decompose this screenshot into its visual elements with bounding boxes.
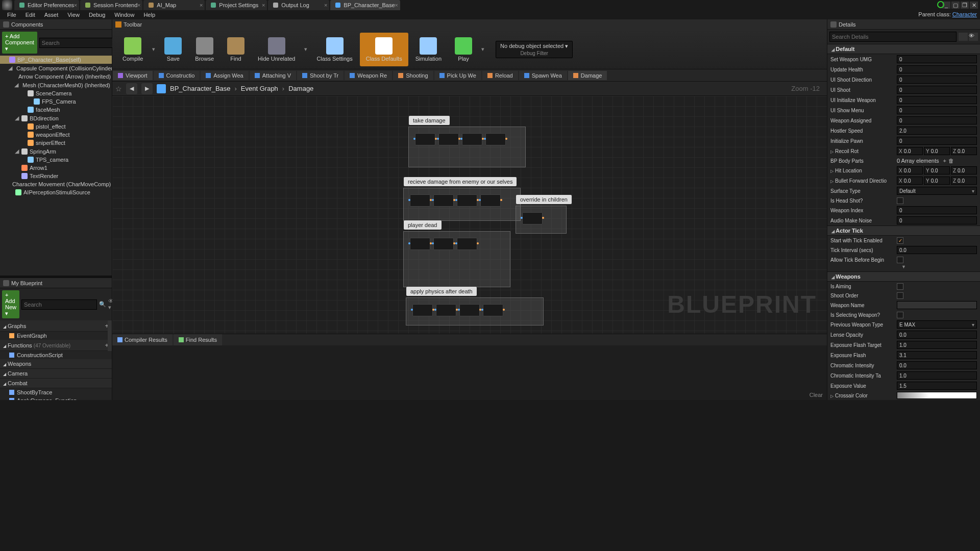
vector-x-input[interactable]: X (897, 177, 923, 185)
function-tab[interactable]: Pick Up We (434, 71, 481, 80)
number-input[interactable] (897, 216, 977, 224)
number-input[interactable] (897, 341, 977, 349)
graph-node[interactable] (457, 194, 477, 207)
number-input[interactable] (897, 116, 977, 124)
document-tab[interactable]: Project Settings× (206, 0, 267, 10)
expand-icon[interactable]: ▷ (830, 149, 834, 154)
toolbar-save-button[interactable]: Save (158, 33, 188, 66)
dropdown[interactable]: E MAX (897, 320, 977, 329)
blueprint-category[interactable]: ◢ Combat (0, 379, 112, 388)
number-input[interactable] (897, 382, 977, 390)
crumb-graph[interactable]: Event Graph (241, 85, 278, 92)
comment-label[interactable]: override in children (516, 195, 572, 204)
component-tree-item[interactable]: ◢BDdirection (0, 114, 112, 122)
function-tab[interactable]: Weapon Re (345, 71, 392, 80)
checkbox[interactable] (897, 237, 903, 244)
graph-comment[interactable]: player dead (403, 231, 510, 287)
crumb-root[interactable]: BP_Character_Base (170, 85, 231, 92)
document-tab[interactable]: BP_Character_Base× (330, 0, 400, 10)
function-tab[interactable]: Viewport (113, 71, 153, 80)
graph-node[interactable] (415, 133, 435, 145)
graph-node[interactable] (410, 194, 430, 207)
expand-icon[interactable]: ▷ (830, 179, 834, 184)
source-control-icon[interactable] (937, 1, 944, 8)
number-input[interactable] (897, 127, 977, 135)
blueprint-category[interactable]: ◢ Graphs + (0, 320, 112, 332)
dropdown[interactable]: Default (897, 187, 977, 195)
details-section-header[interactable]: Default (827, 44, 980, 54)
graph-node[interactable] (459, 304, 480, 316)
document-tab[interactable]: Editor Preferences× (14, 0, 79, 10)
graph-node[interactable] (483, 304, 503, 316)
graph-comment[interactable]: override in children (516, 206, 567, 234)
tree-twisty-icon[interactable]: ◢ (14, 148, 19, 155)
tab-close-icon[interactable]: × (262, 2, 265, 8)
number-input[interactable] (897, 246, 977, 254)
parent-class-link[interactable]: Character (952, 11, 977, 17)
function-tab[interactable]: Assign Wea (201, 71, 249, 80)
tab-close-icon[interactable]: × (137, 2, 140, 8)
function-tab[interactable]: Constructio (154, 71, 200, 80)
blueprint-category[interactable]: ◢ Functions (47 Overridable)+ (0, 340, 112, 351)
component-tree-item[interactable]: Character Movement (CharMoveComp) (Inher… (0, 180, 112, 188)
event-graph-canvas[interactable]: BLUEPRINT take damagerecieve damage from… (112, 96, 827, 334)
my-blueprint-search-input[interactable] (21, 299, 97, 310)
blueprint-item[interactable]: ApplyDamage_Function (0, 396, 112, 400)
component-tree-item[interactable]: SceneCamera (0, 89, 112, 97)
clear-button[interactable]: Clear (810, 392, 823, 398)
component-tree-item[interactable]: AIPerceptionStimuliSource (0, 188, 112, 196)
toolbar-play-button[interactable]: Play (449, 33, 478, 66)
component-tree-item[interactable]: faceMesh (0, 106, 112, 114)
checkbox[interactable] (897, 197, 903, 204)
blueprint-item[interactable]: ConstructionScript (0, 351, 112, 359)
graph-node[interactable] (438, 133, 459, 145)
vector-y-input[interactable]: Y (924, 166, 950, 174)
graph-node[interactable] (485, 133, 506, 145)
close-button[interactable]: ✕ (970, 2, 978, 9)
graph-comment[interactable]: recieve damage from enemy or our selves (403, 188, 521, 221)
expand-section-icon[interactable]: ▼ (901, 264, 906, 269)
tab-close-icon[interactable]: × (395, 2, 398, 8)
number-input[interactable] (897, 96, 977, 104)
add-new-button[interactable]: + Add New ▾ (2, 290, 19, 318)
results-tab[interactable]: Find Results (174, 334, 222, 345)
vector-z-input[interactable]: Z (951, 166, 977, 174)
expand-icon[interactable]: ▷ (830, 169, 834, 173)
document-tab[interactable]: Output Log× (268, 0, 329, 10)
blueprint-item[interactable]: EventGraph (0, 332, 112, 340)
array-clear-icon[interactable]: 🗑 (948, 158, 954, 164)
details-search-input[interactable] (829, 32, 957, 42)
tree-twisty-icon[interactable]: ◢ (14, 115, 19, 121)
details-section-header[interactable]: Weapons (827, 271, 980, 282)
checkbox[interactable] (897, 283, 903, 290)
nav-back-button[interactable]: ◀ (126, 83, 137, 94)
number-input[interactable] (897, 331, 977, 339)
details-header[interactable]: Details (827, 19, 980, 30)
graph-node[interactable] (433, 194, 454, 207)
component-tree-item[interactable]: Arrow Component (Arrow) (Inherited) (0, 72, 112, 81)
array-add-icon[interactable]: + (943, 158, 946, 164)
tree-twisty-icon[interactable]: ◢ (14, 82, 18, 88)
document-tab[interactable]: Session Frontend× (80, 0, 142, 10)
component-tree-item[interactable]: TPS_camera (0, 156, 112, 164)
blueprint-item[interactable]: ShootByTrace (0, 388, 112, 396)
vector-y-input[interactable]: Y (924, 177, 950, 185)
menu-item[interactable]: View (63, 11, 84, 19)
component-tree-item[interactable]: weaponEffect (0, 131, 112, 139)
function-tab[interactable]: Shooting (393, 71, 433, 80)
menu-item[interactable]: File (3, 11, 20, 19)
graph-node[interactable] (412, 304, 433, 316)
toolbar-class-settings-button[interactable]: Class Settings (310, 33, 358, 66)
graph-comment[interactable]: take damage (408, 127, 526, 167)
graph-node[interactable] (462, 133, 482, 145)
vector-z-input[interactable]: Z (951, 177, 977, 185)
graph-node[interactable] (436, 304, 456, 316)
blueprint-category[interactable]: ◢ Weapons (0, 359, 112, 369)
maximize-button[interactable]: ▢ (951, 2, 960, 9)
component-tree-item[interactable]: FPS_Camera (0, 97, 112, 106)
toolbar-class-defaults-button[interactable]: Class Defaults (360, 33, 408, 66)
results-tab[interactable]: Compiler Results (112, 334, 173, 345)
menu-item[interactable]: Window (110, 11, 138, 19)
number-input[interactable] (897, 65, 977, 73)
search-options-icon[interactable]: 🔍 (99, 301, 106, 308)
